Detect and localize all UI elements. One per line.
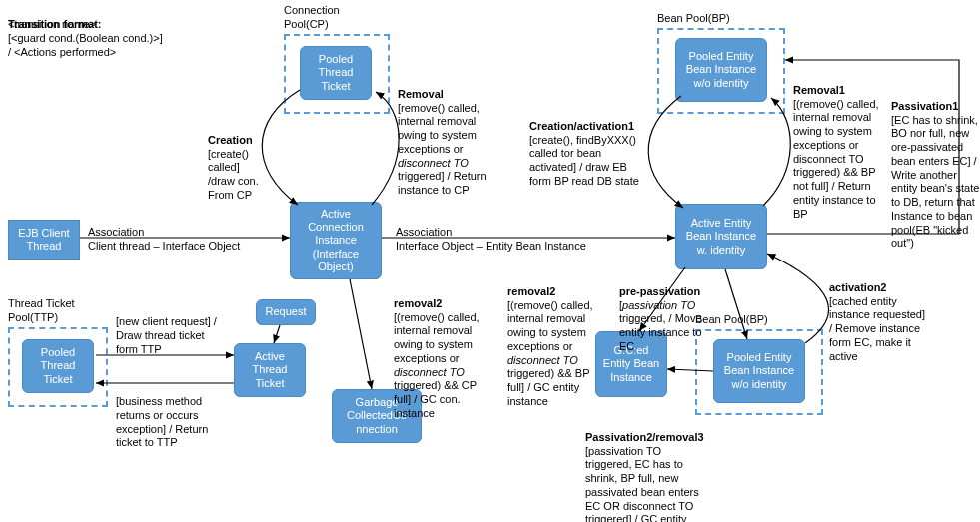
ttp-new-label: [new client request] / Draw thread ticke… [116, 315, 246, 356]
removal-label: Removal [remove() called,internal remova… [398, 74, 507, 198]
ttp-return-label: [business method returns or occurs excep… [116, 395, 246, 450]
pooled-thread-ticket-cp-node: Pooled Thread Ticket [300, 46, 372, 100]
removal2-eb-label: removal2 [(remove() called,internal remo… [507, 271, 617, 409]
pooled-thread-ticket-ttp-node: Pooled Thread Ticket [22, 339, 94, 393]
pooled-eb-top-node: Pooled Entity Bean Instance w/o identity [675, 38, 767, 102]
ejb-client-thread-node: EJB Client Thread [8, 220, 80, 260]
ejb-client-thread-text: EJB Client Thread [13, 227, 75, 253]
passivation2-label: Passivation2/removal3 [passivation TO tr… [585, 417, 725, 522]
assoc1-desc: Client thread – Interface Object [88, 240, 240, 254]
creation-label: Creation [create() called] /draw con. Fr… [208, 120, 278, 203]
assoc2-desc: Interface Object – Entity Bean Instance [396, 240, 586, 254]
thread-ticket-pool-label: Thread Ticket Pool(TTP) [8, 297, 75, 325]
creation-activation-label: Creation/activation1 [create(), findByXX… [529, 106, 659, 189]
active-thread-ticket-text: Active Thread Ticket [239, 350, 301, 390]
pooled-eb-bottom-text: Pooled Entity Bean Instance w/o identity [718, 351, 800, 391]
assoc1-label: Association [88, 226, 144, 240]
removal1-label: Removal1 [(remove() called, internal rem… [793, 70, 903, 221]
connection-pool-label: Connection Pool(CP) [284, 4, 340, 32]
bean-pool-top-label: Bean Pool(BP) [657, 12, 730, 26]
svg-line-8 [274, 325, 280, 343]
active-connection-text: Active Connection Instance (Interface Ob… [295, 208, 377, 273]
pre-passivation-label: pre-passivation [passivation TOtriggered… [619, 271, 729, 354]
request-node: Request [256, 299, 316, 325]
legend-line-3: [<guard cond.(Boolean cond.)>] [8, 32, 163, 46]
active-entity-bean-node: Active Entity Bean Instance w. identity [675, 204, 767, 269]
pooled-thread-ticket-cp-text: Pooled Thread Ticket [305, 53, 367, 93]
pooled-eb-top-text: Pooled Entity Bean Instance w/o identity [680, 50, 762, 90]
active-entity-bean-text: Active Entity Bean Instance w. identity [680, 217, 762, 257]
svg-line-2 [350, 279, 372, 389]
removal2-conn-label: removal2 [(remove() called,internal remo… [394, 283, 503, 421]
pooled-thread-ticket-ttp-text: Pooled Thread Ticket [27, 346, 89, 386]
activation2-label: activation2 [cached entity instance requ… [829, 267, 949, 363]
legend-line-4: / <Actions performed> [8, 46, 116, 60]
legend-line-2: <transition name> [8, 18, 96, 32]
passivation1-label: Passivation1 [EC has to shrink, BO nor f… [891, 86, 980, 251]
active-connection-node: Active Connection Instance (Interface Ob… [290, 202, 382, 279]
assoc2-label: Association [396, 226, 452, 240]
request-text: Request [266, 305, 307, 318]
